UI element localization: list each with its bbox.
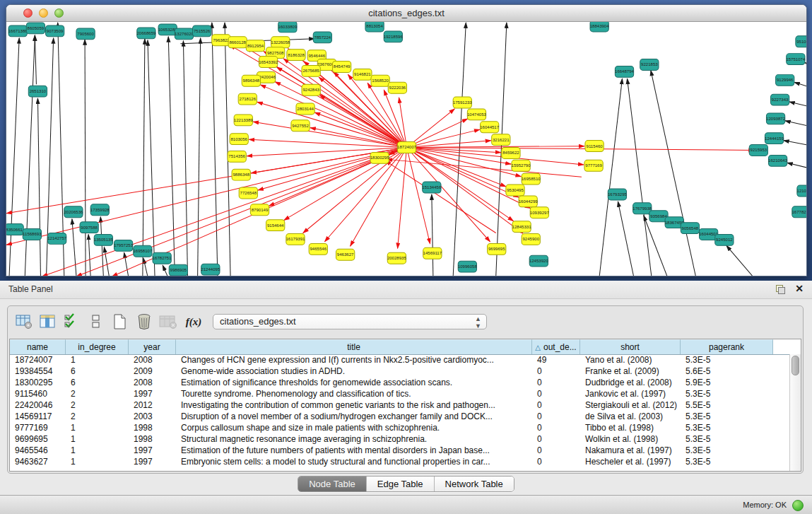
graph-node[interactable]: 9146821 bbox=[353, 69, 372, 80]
graph-node[interactable]: 8660128 bbox=[228, 37, 247, 48]
cell-pagerank[interactable]: 5.9E-5 bbox=[681, 377, 773, 388]
graph-node[interactable]: 8813054 bbox=[365, 22, 384, 32]
graph-node[interactable]: 9465546 bbox=[309, 243, 327, 255]
delete-columns-icon[interactable] bbox=[134, 312, 155, 332]
graph-node[interactable]: 16543392 bbox=[259, 57, 278, 68]
cell-pagerank[interactable]: 5.3E-5 bbox=[681, 433, 773, 445]
graph-node[interactable]: 9221853 bbox=[640, 59, 659, 71]
graph-node[interactable]: 9896348 bbox=[242, 75, 260, 86]
table-row[interactable]: 946362711997Embryonic stem cells: a mode… bbox=[10, 456, 790, 467]
graph-node[interactable]: 15952790 bbox=[512, 160, 531, 171]
graph-edge[interactable] bbox=[6, 148, 407, 245]
graph-node[interactable]: 16648794 bbox=[615, 66, 635, 77]
graph-node[interactable]: 8605059 bbox=[26, 23, 45, 34]
graph-node[interactable]: 11568693 bbox=[23, 229, 42, 240]
cell-year[interactable]: 2012 bbox=[129, 399, 176, 411]
cell-short[interactable]: Dudbridge et al. (2008) bbox=[580, 377, 681, 388]
cell-year[interactable]: 1997 bbox=[129, 388, 176, 399]
graph-node[interactable]: 16044517 bbox=[480, 122, 500, 133]
citation-network-graph[interactable]: 7963822866012889129541322605898275081654… bbox=[6, 22, 806, 276]
cell-in_degree[interactable]: 1 bbox=[66, 445, 129, 456]
graph-node[interactable]: 16782751 bbox=[153, 252, 172, 264]
graph-node[interactable]: 9986905 bbox=[169, 264, 187, 276]
graph-node[interactable]: 13226058 bbox=[271, 37, 290, 48]
graph-node[interactable]: 16958107 bbox=[133, 245, 153, 257]
cell-title[interactable]: Corpus callosum shape and size in male p… bbox=[176, 422, 532, 433]
cell-year[interactable]: 1997 bbox=[129, 445, 176, 456]
graph-edge[interactable] bbox=[787, 163, 806, 170]
graph-edge[interactable] bbox=[104, 247, 109, 276]
graph-node[interactable]: 16179391 bbox=[286, 233, 306, 245]
cell-pagerank[interactable]: 5.3E-5 bbox=[681, 445, 773, 456]
cell-pagerank[interactable]: 5.6E-5 bbox=[681, 366, 773, 377]
column-header-out_de[interactable]: △out_de... bbox=[532, 339, 580, 354]
table-selector-dropdown[interactable]: citations_edges.txt ▲▼ bbox=[213, 314, 487, 329]
graph-edge[interactable] bbox=[407, 148, 506, 187]
column-header-in_degree[interactable]: in_degree bbox=[66, 339, 129, 354]
cell-short[interactable]: Wolkin et al. (1998) bbox=[580, 433, 681, 445]
cell-name[interactable]: 14569117 bbox=[10, 411, 66, 422]
cell-title[interactable]: Investigating the contribution of common… bbox=[176, 399, 532, 411]
table-row[interactable]: 911546021997Tourette syndrome. Phenomeno… bbox=[10, 388, 790, 399]
graph-node[interactable]: 9242843 bbox=[302, 84, 320, 95]
cell-title[interactable]: Structural magnetic resonance image aver… bbox=[176, 433, 532, 445]
column-header-short[interactable]: short bbox=[580, 339, 681, 354]
graph-node[interactable]: 9886348 bbox=[232, 169, 250, 180]
close-panel-icon[interactable]: ✕ bbox=[795, 283, 804, 294]
graph-edge[interactable] bbox=[324, 148, 406, 242]
graph-node[interactable]: 7515526 bbox=[193, 25, 211, 37]
scrollbar-thumb[interactable] bbox=[792, 356, 799, 375]
cell-in_degree[interactable]: 2 bbox=[66, 411, 129, 422]
graph-edge[interactable] bbox=[9, 38, 19, 276]
graph-node[interactable]: 17359928 bbox=[90, 204, 110, 216]
graph-edge[interactable] bbox=[407, 148, 755, 151]
cell-in_degree[interactable]: 1 bbox=[66, 433, 129, 445]
graph-node[interactable]: 9097588 bbox=[80, 222, 98, 233]
cell-name[interactable]: 19384554 bbox=[10, 366, 66, 377]
graph-edge[interactable] bbox=[225, 23, 230, 276]
tab-edge-table[interactable]: Edge Table bbox=[366, 477, 434, 491]
table-row[interactable]: 977716911998Corpus callosum shape and si… bbox=[10, 422, 790, 433]
graph-edge[interactable] bbox=[407, 148, 490, 242]
cell-name[interactable]: 22420046 bbox=[10, 399, 66, 411]
graph-node[interactable]: 9427552 bbox=[291, 120, 310, 132]
graph-node[interactable]: 9777169 bbox=[584, 160, 603, 171]
graph-node[interactable]: 9530495 bbox=[506, 185, 524, 196]
graph-edge[interactable] bbox=[628, 78, 652, 276]
cell-out_de[interactable]: 0 bbox=[532, 399, 580, 411]
graph-node[interactable]: 9154644 bbox=[266, 220, 285, 231]
graph-node[interactable]: 9245012 bbox=[715, 234, 734, 245]
table-row[interactable]: 1456911722003Disruption of a novel membe… bbox=[10, 411, 790, 422]
cell-short[interactable]: Hescheler et al. (1997) bbox=[580, 456, 681, 467]
cell-title[interactable]: Tourette syndrome. Phenomenology and cla… bbox=[176, 388, 532, 399]
cell-in_degree[interactable]: 6 bbox=[66, 366, 129, 377]
cell-title[interactable]: Genome-wide association studies in ADHD. bbox=[176, 366, 532, 377]
graph-node[interactable]: 9699695 bbox=[488, 243, 506, 255]
column-header-title[interactable]: title bbox=[176, 339, 532, 354]
graph-node[interactable]: 7857224 bbox=[313, 32, 331, 43]
table-row[interactable]: 969969511998Structural magnetic resonanc… bbox=[10, 433, 790, 445]
graph-edge[interactable] bbox=[85, 40, 86, 276]
table-row[interactable]: 1938455462009Genome-wide association stu… bbox=[10, 366, 790, 377]
column-header-name[interactable]: name bbox=[10, 339, 66, 354]
graph-node[interactable]: 9227343 bbox=[771, 94, 789, 105]
graph-node[interactable]: 7726548 bbox=[239, 187, 257, 199]
graph-edge[interactable] bbox=[76, 148, 407, 276]
graph-node[interactable]: 16793295 bbox=[608, 189, 628, 200]
row-height-icon[interactable] bbox=[86, 312, 107, 332]
graph-node[interactable]: 9222036 bbox=[388, 82, 406, 93]
select-columns-icon[interactable] bbox=[61, 312, 83, 332]
cell-pagerank[interactable]: 5.3E-5 bbox=[681, 388, 773, 399]
graph-edge[interactable] bbox=[644, 216, 667, 276]
cell-pagerank[interactable]: 5.3E-5 bbox=[681, 422, 773, 433]
cell-title[interactable]: Changes of HCN gene expression and I(f) … bbox=[176, 354, 532, 366]
table-settings-icon[interactable] bbox=[13, 312, 35, 332]
graph-node[interactable]: 1568520 bbox=[371, 75, 389, 86]
cell-in_degree[interactable]: 1 bbox=[66, 354, 129, 366]
graph-node[interactable]: 9129946 bbox=[776, 74, 794, 86]
graph-node[interactable]: 2675685 bbox=[302, 65, 320, 76]
graph-node[interactable]: 7514356 bbox=[228, 151, 246, 162]
graph-edge[interactable] bbox=[212, 23, 218, 276]
graph-edge[interactable] bbox=[37, 98, 40, 276]
graph-node[interactable]: 12453920 bbox=[529, 255, 549, 267]
